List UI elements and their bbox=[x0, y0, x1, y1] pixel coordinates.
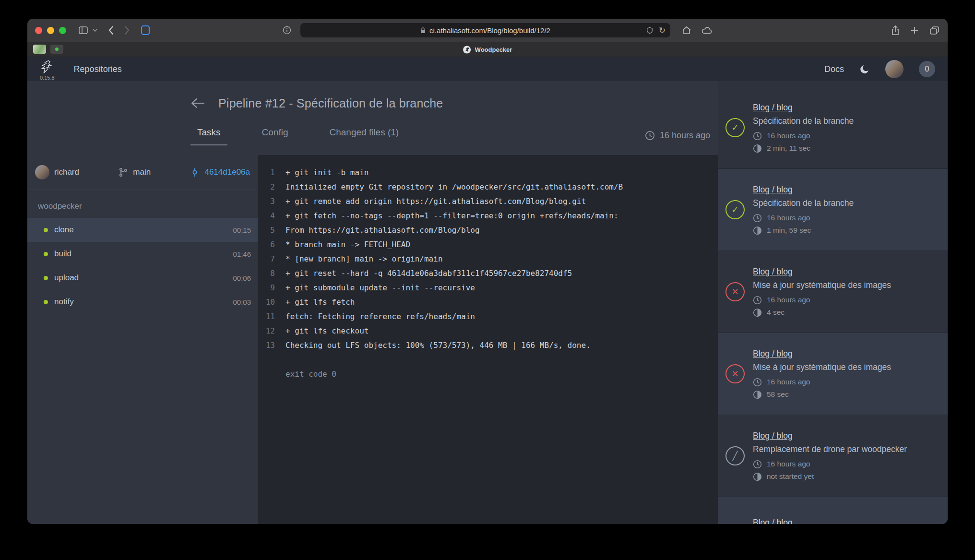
console-line: 13 Checking out LFS objects: 100% (573/5… bbox=[258, 338, 718, 353]
task-name: clone bbox=[54, 225, 74, 235]
info-icon[interactable] bbox=[283, 26, 291, 35]
home-icon[interactable] bbox=[682, 26, 691, 35]
task-row[interactable]: clone 00:15 bbox=[27, 218, 258, 242]
build-status-icon bbox=[725, 200, 745, 219]
console-output[interactable]: 1 + git init -b main 2 Initialized empty… bbox=[258, 155, 718, 524]
build-item[interactable]: Blog / blog Remplacement de drone par wo… bbox=[718, 415, 948, 497]
repo-link[interactable]: Blog / blog bbox=[753, 431, 793, 441]
task-panel: richard main bbox=[27, 155, 258, 524]
share-icon[interactable] bbox=[892, 25, 899, 36]
commit-icon bbox=[190, 167, 200, 177]
line-number: 12 bbox=[258, 324, 275, 338]
build-message: Mise à jour systématique des images bbox=[753, 362, 938, 372]
repo-link[interactable]: Blog / blog bbox=[753, 349, 793, 358]
repo-link[interactable]: Blog / blog bbox=[753, 518, 793, 524]
build-status-icon bbox=[725, 446, 745, 465]
pipeline-tabs: Tasks Config Changed files (1) 16 hours … bbox=[27, 127, 718, 145]
build-time: 16 hours ago bbox=[767, 296, 810, 304]
page-title: Pipeline #12 - Spécification de la branc… bbox=[218, 96, 443, 110]
line-number: 3 bbox=[258, 194, 275, 209]
dark-mode-moon-icon[interactable] bbox=[859, 64, 870, 74]
console-lines: 1 + git init -b main 2 Initialized empty… bbox=[258, 166, 718, 353]
console-line: 10 + git lfs fetch bbox=[258, 295, 718, 310]
clock-icon bbox=[753, 378, 762, 387]
line-number: 11 bbox=[258, 310, 275, 324]
woodpecker-logo[interactable]: 0.15.8 bbox=[40, 60, 55, 81]
address-bar[interactable]: ci.athaliasoft.com/Blog/blog/build/12/2 … bbox=[300, 23, 670, 37]
reload-icon[interactable]: ↻ bbox=[659, 26, 666, 35]
build-duration-row: 2 min, 11 sec bbox=[753, 144, 938, 153]
build-duration: 58 sec bbox=[767, 390, 789, 399]
build-item[interactable]: Blog / blog bbox=[718, 497, 948, 524]
nav-docs[interactable]: Docs bbox=[824, 64, 844, 74]
build-message: Remplacement de drone par woodpecker bbox=[753, 444, 938, 454]
branch-icon bbox=[119, 167, 128, 177]
line-number: 10 bbox=[258, 295, 275, 310]
line-text: * [new branch] main -> origin/main bbox=[275, 252, 443, 266]
pipeline-tab[interactable]: Tasks bbox=[190, 127, 227, 145]
url-text: ci.athaliasoft.com/Blog/blog/build/12/2 bbox=[429, 26, 550, 35]
build-status-icon bbox=[725, 364, 745, 383]
back-arrow-icon[interactable] bbox=[190, 97, 205, 109]
line-number: 2 bbox=[258, 180, 275, 194]
console-line: 6 * branch main -> FETCH_HEAD bbox=[258, 238, 718, 252]
task-row[interactable]: upload 00:06 bbox=[27, 266, 258, 290]
chevron-down-icon[interactable] bbox=[93, 29, 97, 32]
privacy-shield-icon[interactable] bbox=[646, 27, 653, 34]
page-icon[interactable] bbox=[141, 25, 150, 36]
new-tab-icon[interactable] bbox=[911, 26, 918, 34]
active-tab[interactable]: Woodpecker bbox=[463, 42, 512, 57]
task-row[interactable]: notify 00:03 bbox=[27, 290, 258, 314]
cloud-icon[interactable] bbox=[701, 26, 713, 34]
task-row[interactable]: build 01:46 bbox=[27, 242, 258, 266]
task-duration: 00:15 bbox=[233, 226, 251, 234]
console-line: 8 + git reset --hard -q 4614d1e06a3dabf3… bbox=[258, 266, 718, 281]
branch-group: main bbox=[119, 167, 151, 177]
zoom-window-button[interactable] bbox=[59, 27, 66, 34]
repo-link[interactable]: Blog / blog bbox=[753, 267, 793, 276]
task-status-dot bbox=[44, 252, 48, 256]
build-item[interactable]: Blog / blog Mise à jour systématique des… bbox=[718, 251, 948, 333]
forward-button[interactable] bbox=[124, 25, 130, 35]
tab-strip: Woodpecker bbox=[27, 42, 948, 57]
line-text: + git submodule update --init --recursiv… bbox=[275, 281, 475, 295]
close-window-button[interactable] bbox=[35, 27, 42, 34]
pipeline-tab[interactable]: Config bbox=[255, 127, 295, 145]
console-line: 1 + git init -b main bbox=[258, 166, 718, 180]
nav-repositories[interactable]: Repositories bbox=[74, 64, 122, 74]
task-name: notify bbox=[54, 297, 74, 307]
repo-link[interactable]: Blog / blog bbox=[753, 103, 793, 112]
build-duration: 4 sec bbox=[767, 308, 785, 317]
build-status-icon bbox=[725, 282, 745, 301]
repo-link[interactable]: Blog / blog bbox=[753, 185, 793, 194]
pinned-tab-1[interactable] bbox=[33, 45, 46, 54]
build-item[interactable]: Blog / blog Mise à jour systématique des… bbox=[718, 333, 948, 415]
line-text: fetch: Fetching reference refs/heads/mai… bbox=[275, 310, 475, 324]
sidebar-toggle-icon[interactable] bbox=[79, 26, 88, 34]
console-line: 12 + git lfs checkout bbox=[258, 324, 718, 338]
back-button[interactable] bbox=[108, 25, 114, 35]
pending-count-badge[interactable]: 0 bbox=[919, 61, 935, 77]
exit-code: exit code 0 bbox=[285, 367, 718, 381]
duration-icon bbox=[753, 472, 762, 481]
line-number: 9 bbox=[258, 281, 275, 295]
minimize-window-button[interactable] bbox=[47, 27, 54, 34]
commit-hash-link[interactable]: 4614d1e06a bbox=[204, 167, 250, 177]
duration-icon bbox=[753, 308, 762, 317]
line-number: 7 bbox=[258, 252, 275, 266]
build-item[interactable]: Blog / blog Spécification de la branche … bbox=[718, 87, 948, 169]
line-text: + git remote add origin https://git.atha… bbox=[275, 194, 586, 209]
build-time-row: 16 hours ago bbox=[753, 378, 938, 387]
build-duration-row: 1 min, 59 sec bbox=[753, 226, 938, 235]
line-number: 6 bbox=[258, 238, 275, 252]
task-status-dot bbox=[44, 300, 48, 304]
lock-icon bbox=[420, 27, 426, 34]
task-status-dot bbox=[44, 228, 48, 232]
user-avatar[interactable] bbox=[885, 60, 904, 78]
tab-overview-icon[interactable] bbox=[930, 26, 939, 35]
clock-icon bbox=[753, 460, 762, 469]
build-item[interactable]: Blog / blog Spécification de la branche … bbox=[718, 169, 948, 251]
build-time: 16 hours ago bbox=[767, 460, 810, 468]
pinned-tab-2[interactable] bbox=[50, 45, 63, 54]
pipeline-tab[interactable]: Changed files (1) bbox=[323, 127, 406, 145]
